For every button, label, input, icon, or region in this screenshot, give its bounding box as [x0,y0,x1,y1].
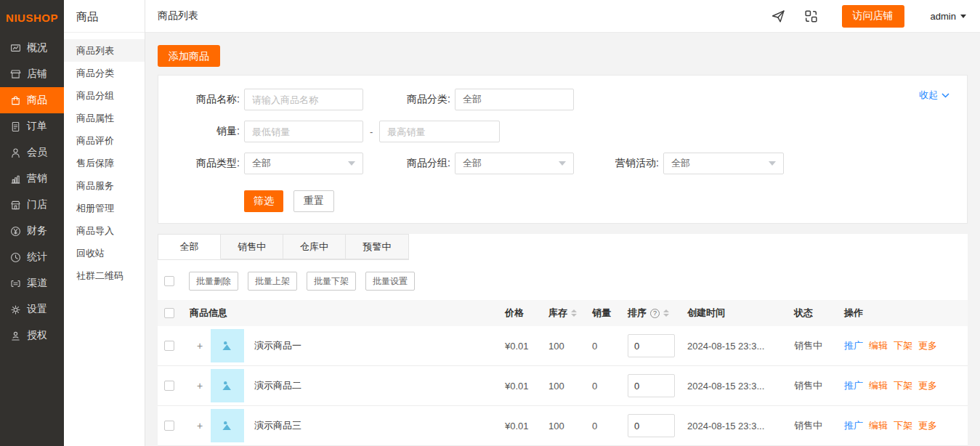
sidebar-item-members[interactable]: 会员 [0,139,64,166]
channels-icon [9,277,22,290]
submenu-item-goods-list[interactable]: 商品列表 [64,39,145,62]
product-type-select[interactable]: 全部 [244,153,363,174]
submenu-item-recycle-bin[interactable]: 回收站 [64,242,145,264]
sort-arrows-icon[interactable] [663,309,669,317]
user-menu[interactable]: admin [931,11,966,22]
filter-reset-button[interactable]: 重置 [293,190,334,212]
product-category-input[interactable] [455,89,574,110]
topbar: 商品列表 访问店铺 admin [145,0,980,33]
send-icon[interactable] [771,9,786,24]
promote-link[interactable]: 推广 [844,419,863,432]
sidebar-item-goods[interactable]: 商品 [0,87,64,113]
help-icon[interactable]: ? [650,309,660,318]
off-shelf-link[interactable]: 下架 [894,379,912,392]
submenu-item-goods-category[interactable]: 商品分类 [64,62,145,84]
chevron-down-icon [960,15,966,18]
switch-store-icon[interactable] [803,9,819,24]
sort-arrows-icon[interactable] [571,309,577,317]
submenu-item-goods-group[interactable]: 商品分组 [64,84,145,107]
marketing-activity-select[interactable]: 全部 [663,153,784,174]
image-placeholder-icon [219,378,235,394]
product-type-value: 全部 [252,157,271,170]
product-price: ¥0.01 [499,421,543,431]
sidebar-item-finance[interactable]: 财务 [0,218,64,244]
visit-store-button[interactable]: 访问店铺 [842,5,904,28]
finance-icon [9,225,22,238]
sidebar-item-label: 统计 [27,251,47,264]
submenu-item-goods-review[interactable]: 商品评价 [64,129,145,152]
sidebar-item-stats[interactable]: 统计 [0,244,64,270]
product-group-select[interactable]: 全部 [455,153,574,174]
sidebar-item-authorization[interactable]: 授权 [0,323,64,349]
more-link[interactable]: 更多 [918,339,937,352]
sidebar-item-channels[interactable]: 渠道 [0,270,64,296]
store-icon [9,68,22,81]
sidebar-item-label: 概况 [27,41,47,54]
product-stock: 100 [543,381,586,392]
col-sort-label: 排序 [628,307,647,320]
edit-link[interactable]: 编辑 [869,379,888,392]
row-checkbox[interactable] [164,421,174,431]
filter-submit-button[interactable]: 筛选 [244,190,283,212]
sidebar-item-settings[interactable]: 设置 [0,296,64,323]
tab-all[interactable]: 全部 [158,235,221,259]
batch-settings-button[interactable]: 批量设置 [365,272,415,291]
row-checkbox[interactable] [164,341,174,351]
members-icon [9,147,22,159]
submenu-item-goods-attribute[interactable]: 商品属性 [64,107,145,129]
product-stock: 100 [543,421,586,431]
sidebar-item-shops[interactable]: 门店 [0,192,64,218]
submenu-item-goods-import[interactable]: 商品导入 [64,219,145,242]
more-link[interactable]: 更多 [918,419,937,432]
batch-on-shelf-button[interactable]: 批量上架 [248,272,297,291]
submenu-item-community-qrcode[interactable]: 社群二维码 [64,264,145,287]
sidebar-item-orders[interactable]: 订单 [0,113,64,139]
filter-panel: 收起 商品名称: 商品分类: 销量: - 商品类型: 全部 [158,75,968,224]
product-created: 2024-08-15 23:3... [681,341,788,352]
row-checkbox[interactable] [164,381,174,391]
submenu-item-goods-service[interactable]: 商品服务 [64,174,145,197]
sidebar-item-overview[interactable]: 概况 [0,35,64,61]
edit-link[interactable]: 编辑 [869,419,888,432]
sort-order-input[interactable] [628,374,675,397]
tab-on-sale[interactable]: 销售中 [221,235,283,259]
sidebar-item-marketing[interactable]: 营销 [0,166,64,192]
promote-link[interactable]: 推广 [844,339,863,352]
collapse-filter-link[interactable]: 收起 [919,89,949,102]
image-placeholder-icon [219,418,235,434]
max-sales-input[interactable] [379,121,500,142]
product-name: 演示商品三 [254,419,301,432]
content: 添加商品 收起 商品名称: 商品分类: 销量: - 商品类型: [145,33,980,446]
sort-order-input[interactable] [628,414,675,437]
sidebar-item-store[interactable]: 店铺 [0,61,64,87]
table-row: + 演示商品一 ¥0.01 100 0 2024-08-15 23:3... 销… [158,326,968,366]
off-shelf-link[interactable]: 下架 [894,339,912,352]
tab-in-warehouse[interactable]: 仓库中 [283,235,346,259]
product-sales: 0 [586,381,622,392]
sort-order-input[interactable] [628,334,675,357]
product-status: 销售中 [788,419,838,432]
submenu-item-aftersale-guarantee[interactable]: 售后保障 [64,152,145,174]
batch-delete-button[interactable]: 批量删除 [189,272,238,291]
orders-icon [9,121,22,133]
batch-toolbar: 批量删除 批量上架 批量下架 批量设置 [158,260,968,300]
promote-link[interactable]: 推广 [844,379,863,392]
batch-off-shelf-button[interactable]: 批量下架 [307,272,356,291]
min-sales-input[interactable] [244,121,363,142]
submenu-item-album-management[interactable]: 相册管理 [64,197,145,219]
add-product-button[interactable]: 添加商品 [158,45,220,67]
tab-alert[interactable]: 预警中 [346,235,408,259]
header-checkbox[interactable] [164,308,174,318]
expand-row-icon[interactable]: + [195,420,204,431]
expand-row-icon[interactable]: + [195,380,204,392]
sidebar-item-label: 渠道 [27,277,47,290]
select-all-checkbox[interactable] [164,276,174,286]
col-sort: 排序 ? [622,307,681,320]
off-shelf-link[interactable]: 下架 [894,419,912,432]
edit-link[interactable]: 编辑 [869,339,888,352]
product-group-label: 商品分组: [386,157,450,170]
more-link[interactable]: 更多 [918,379,937,392]
table-row: + 演示商品三 ¥0.01 100 0 2024-08-15 23:3... 销… [158,406,968,446]
expand-row-icon[interactable]: + [195,340,204,352]
product-name-input[interactable] [244,89,363,110]
